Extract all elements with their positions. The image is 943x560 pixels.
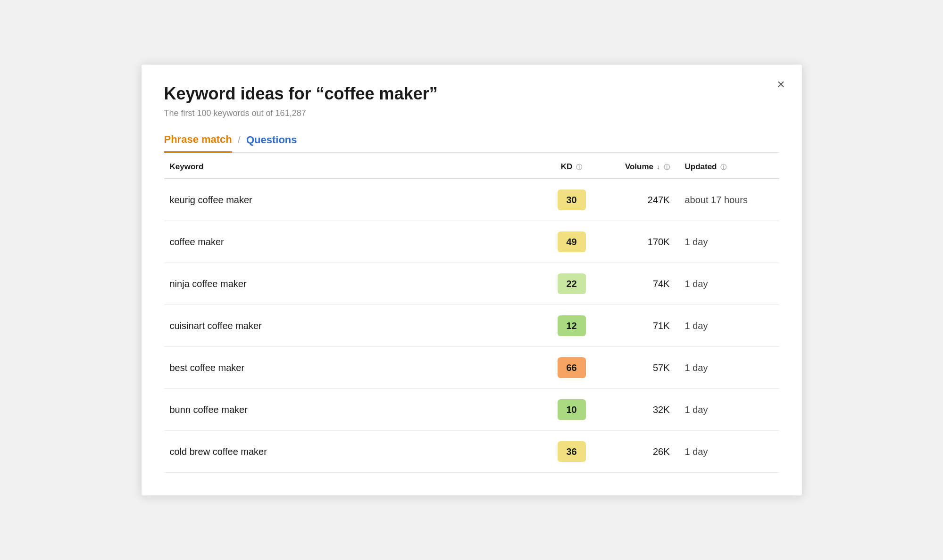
col-header-kd[interactable]: KD ⓘ <box>543 153 600 179</box>
cell-keyword: ninja coffee maker <box>164 263 543 305</box>
table-row: coffee maker49170K1 day <box>164 221 779 263</box>
kd-info-icon[interactable]: ⓘ <box>576 163 582 172</box>
table-header-row: Keyword KD ⓘ Volume ↓ ⓘ Updated ⓘ <box>164 153 779 179</box>
cell-updated: 1 day <box>676 347 779 389</box>
cell-keyword: keurig coffee maker <box>164 179 543 221</box>
cell-volume: 247K <box>600 179 676 221</box>
kd-badge: 36 <box>558 441 586 462</box>
cell-keyword: coffee maker <box>164 221 543 263</box>
kd-badge: 10 <box>558 399 586 420</box>
cell-kd: 12 <box>543 305 600 347</box>
cell-volume: 32K <box>600 389 676 431</box>
modal-subtitle: The first 100 keywords out of 161,287 <box>164 108 779 118</box>
tab-separator: / <box>238 134 241 152</box>
cell-kd: 36 <box>543 431 600 473</box>
tab-questions[interactable]: Questions <box>246 134 297 152</box>
close-button[interactable]: × <box>777 78 784 91</box>
keyword-ideas-modal: × Keyword ideas for “coffee maker” The f… <box>142 65 802 495</box>
cell-kd: 66 <box>543 347 600 389</box>
kd-badge: 12 <box>558 315 586 336</box>
cell-updated: 1 day <box>676 263 779 305</box>
table-row: ninja coffee maker2274K1 day <box>164 263 779 305</box>
cell-volume: 26K <box>600 431 676 473</box>
cell-updated: 1 day <box>676 305 779 347</box>
cell-kd: 30 <box>543 179 600 221</box>
tabs-container: Phrase match / Questions <box>164 133 779 153</box>
table-row: best coffee maker6657K1 day <box>164 347 779 389</box>
cell-updated: 1 day <box>676 389 779 431</box>
updated-info-icon[interactable]: ⓘ <box>720 163 726 172</box>
col-header-updated[interactable]: Updated ⓘ <box>676 153 779 179</box>
cell-keyword: cuisinart coffee maker <box>164 305 543 347</box>
kd-badge: 66 <box>558 357 586 378</box>
cell-keyword: cold brew coffee maker <box>164 431 543 473</box>
kd-badge: 49 <box>558 231 586 252</box>
cell-kd: 10 <box>543 389 600 431</box>
cell-kd: 22 <box>543 263 600 305</box>
volume-info-icon[interactable]: ⓘ <box>664 163 670 172</box>
kd-badge: 22 <box>558 273 586 294</box>
cell-updated: about 17 hours <box>676 179 779 221</box>
col-header-volume[interactable]: Volume ↓ ⓘ <box>600 153 676 179</box>
cell-volume: 74K <box>600 263 676 305</box>
cell-keyword: bunn coffee maker <box>164 389 543 431</box>
keywords-table: Keyword KD ⓘ Volume ↓ ⓘ Updated ⓘ keurig… <box>164 153 779 473</box>
cell-kd: 49 <box>543 221 600 263</box>
cell-volume: 57K <box>600 347 676 389</box>
cell-updated: 1 day <box>676 431 779 473</box>
volume-sort-icon[interactable]: ↓ <box>657 163 660 171</box>
cell-volume: 170K <box>600 221 676 263</box>
table-row: cold brew coffee maker3626K1 day <box>164 431 779 473</box>
tab-phrase-match[interactable]: Phrase match <box>164 133 232 153</box>
col-header-keyword: Keyword <box>164 153 543 179</box>
table-row: cuisinart coffee maker1271K1 day <box>164 305 779 347</box>
table-row: keurig coffee maker30247Kabout 17 hours <box>164 179 779 221</box>
kd-badge: 30 <box>558 189 586 210</box>
cell-keyword: best coffee maker <box>164 347 543 389</box>
cell-updated: 1 day <box>676 221 779 263</box>
cell-volume: 71K <box>600 305 676 347</box>
modal-title: Keyword ideas for “coffee maker” <box>164 83 779 104</box>
table-row: bunn coffee maker1032K1 day <box>164 389 779 431</box>
